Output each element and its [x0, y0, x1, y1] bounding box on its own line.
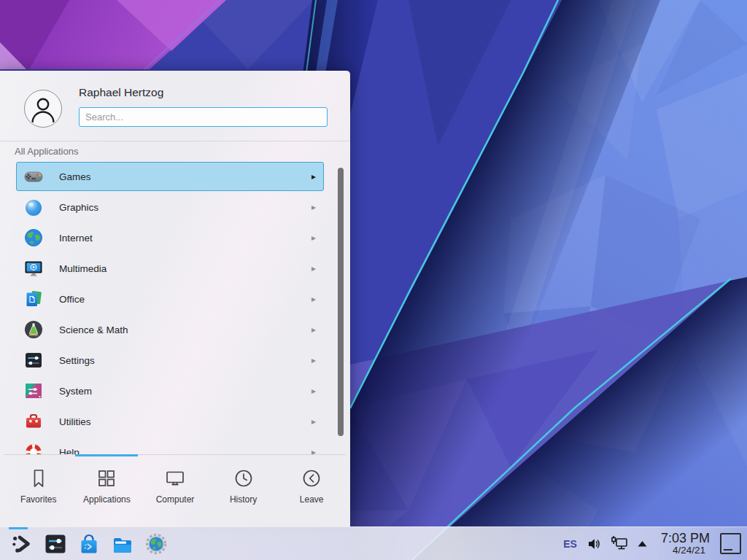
menu-item-help[interactable]: Help ▸ [16, 438, 324, 454]
computer-icon [164, 467, 186, 489]
volume-icon [587, 537, 602, 551]
search-input[interactable] [79, 107, 328, 127]
submenu-arrow-icon: ▸ [311, 171, 316, 182]
tab-favorites[interactable]: Favorites [4, 457, 73, 526]
menu-item-label: Help [59, 447, 80, 455]
expand-tray-button[interactable] [637, 540, 648, 548]
system-settings-button[interactable] [44, 532, 67, 556]
digital-clock[interactable]: 7:03 PM 4/24/21 [661, 532, 710, 556]
submenu-arrow-icon: ▸ [311, 233, 316, 243]
header-divider [0, 141, 350, 141]
tab-leave[interactable]: Leave [277, 457, 346, 526]
menu-item-settings[interactable]: Settings ▸ [16, 346, 324, 375]
clock-date: 4/24/21 [668, 545, 710, 556]
volume-button[interactable] [587, 537, 602, 551]
favorites-icon [28, 467, 50, 489]
applications-category-list: Games ▸ Graphics ▸ [16, 162, 324, 454]
menu-item-label: System [59, 386, 92, 397]
tab-label: Computer [156, 494, 195, 505]
submenu-arrow-icon: ▸ [311, 447, 316, 454]
network-icon [611, 536, 628, 552]
menu-item-system[interactable]: System ▸ [16, 376, 324, 405]
menu-item-label: Utilities [59, 416, 91, 427]
launcher-active-indicator [9, 527, 28, 529]
settings-icon [23, 350, 44, 370]
tab-computer[interactable]: Computer [141, 457, 209, 526]
kickoff-launcher-button[interactable] [10, 532, 34, 556]
section-label: All Applications [15, 146, 78, 157]
caret-up-icon [637, 540, 648, 548]
menu-item-games[interactable]: Games ▸ [16, 162, 324, 191]
submenu-arrow-icon: ▸ [311, 386, 316, 396]
menu-item-label: Office [59, 294, 85, 305]
launcher-tabbar: Favorites Applications Computer [4, 457, 346, 526]
discover-button[interactable] [77, 532, 101, 556]
desktop: Raphael Hertzog All Applications [0, 0, 747, 560]
menu-item-label: Multimedia [59, 263, 107, 274]
user-name: Raphael Hertzog [79, 86, 163, 99]
clock-time: 7:03 PM [661, 532, 710, 545]
help-icon [23, 442, 44, 454]
utilities-icon [23, 411, 44, 432]
network-button[interactable] [611, 536, 628, 552]
submenu-arrow-icon: ▸ [311, 416, 316, 427]
active-tab-indicator [75, 454, 138, 456]
system-tray: ES [563, 532, 747, 556]
submenu-arrow-icon: ▸ [311, 324, 316, 335]
science-icon [23, 319, 44, 340]
menu-item-office[interactable]: Office ▸ [16, 284, 324, 314]
system-icon [23, 381, 44, 401]
internet-icon [23, 228, 44, 248]
submenu-arrow-icon: ▸ [311, 263, 316, 273]
dolphin-icon [111, 532, 134, 556]
games-icon [23, 166, 44, 187]
tab-label: Applications [83, 494, 131, 505]
dolphin-file-manager-button[interactable] [111, 532, 134, 556]
web-browser-button[interactable] [144, 532, 168, 556]
taskbar: ES [0, 526, 747, 560]
show-desktop-button[interactable] [720, 533, 741, 554]
application-launcher-menu: Raphael Hertzog All Applications [0, 71, 350, 526]
submenu-arrow-icon: ▸ [311, 355, 316, 365]
tabbar-divider [4, 454, 346, 455]
user-icon [25, 90, 61, 127]
leave-icon [301, 467, 322, 489]
submenu-arrow-icon: ▸ [311, 294, 316, 304]
menu-item-label: Graphics [59, 202, 98, 213]
menu-item-utilities[interactable]: Utilities ▸ [16, 407, 324, 436]
kickoff-icon [11, 533, 33, 555]
menu-item-multimedia[interactable]: Multimedia ▸ [16, 254, 324, 283]
menu-item-label: Settings [59, 355, 95, 366]
scrollbar-thumb[interactable] [338, 168, 344, 436]
tab-label: Leave [300, 494, 324, 505]
submenu-arrow-icon: ▸ [311, 202, 316, 212]
tab-applications[interactable]: Applications [73, 457, 142, 526]
applications-icon [96, 467, 117, 489]
discover-icon [77, 532, 101, 556]
user-avatar[interactable] [24, 90, 62, 128]
tab-label: History [230, 494, 257, 505]
menu-item-science-math[interactable]: Science & Math ▸ [16, 315, 324, 344]
tab-label: Favorites [20, 494, 56, 505]
office-icon [23, 289, 44, 309]
system-settings-icon [44, 532, 67, 556]
history-icon [233, 467, 255, 489]
graphics-icon [23, 197, 44, 217]
multimedia-icon [23, 258, 44, 279]
menu-item-internet[interactable]: Internet ▸ [16, 223, 324, 252]
web-browser-icon [144, 532, 168, 556]
keyboard-layout-indicator[interactable]: ES [563, 538, 577, 550]
menu-item-label: Internet [59, 233, 93, 244]
menu-item-label: Games [59, 171, 91, 182]
menu-item-label: Science & Math [59, 324, 128, 335]
menu-item-graphics[interactable]: Graphics ▸ [16, 192, 324, 222]
tab-history[interactable]: History [209, 457, 278, 526]
